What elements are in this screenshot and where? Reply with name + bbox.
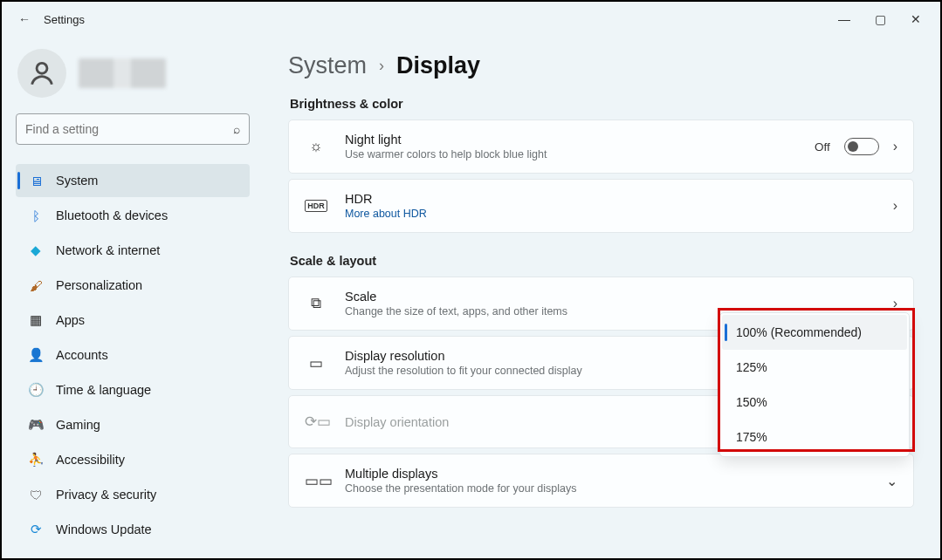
night-light-toggle[interactable] — [844, 138, 879, 155]
scale-option-100[interactable]: 100% (Recommended) — [722, 315, 907, 350]
hdr-card[interactable]: HDR HDR More about HDR › — [288, 179, 914, 233]
multiple-sub: Choose the presentation mode for your di… — [345, 482, 869, 495]
nav-label: Gaming — [56, 418, 100, 432]
nav-label: Accessibility — [56, 453, 125, 467]
multiple-title: Multiple displays — [345, 467, 869, 481]
nav-accounts[interactable]: 👤 Accounts — [16, 338, 250, 372]
night-light-icon: ☼ — [305, 138, 327, 155]
chevron-right-icon[interactable]: › — [893, 139, 897, 154]
close-button[interactable]: ✕ — [911, 12, 921, 26]
update-icon: ⟳ — [28, 522, 44, 537]
maximize-button[interactable]: ▢ — [875, 12, 886, 26]
scale-dropdown[interactable]: 100% (Recommended) 125% 150% 175% — [719, 312, 910, 457]
main-content: System › Display Brightness & color ☼ Ni… — [264, 37, 940, 558]
nav-label: Apps — [56, 313, 85, 327]
search-icon: ⌕ — [233, 122, 240, 136]
nav-list: 🖥 System ᛒ Bluetooth & devices ◆ Network… — [16, 164, 250, 546]
apps-icon: ▦ — [28, 312, 44, 328]
breadcrumb-current: Display — [396, 52, 480, 79]
minimize-button[interactable]: — — [838, 12, 850, 26]
orientation-icon: ⟳▭ — [305, 413, 327, 431]
night-light-sub: Use warmer colors to help block blue lig… — [345, 148, 797, 160]
night-light-card[interactable]: ☼ Night light Use warmer colors to help … — [288, 120, 914, 174]
orientation-title: Display orientation — [345, 415, 784, 429]
nav-system[interactable]: 🖥 System — [16, 164, 250, 197]
multiple-displays-card[interactable]: ▭▭ Multiple displays Choose the presenta… — [288, 454, 914, 508]
window-title: Settings — [44, 13, 85, 26]
nav-bluetooth[interactable]: ᛒ Bluetooth & devices — [16, 199, 250, 232]
brush-icon: 🖌 — [28, 277, 44, 293]
scale-option-150[interactable]: 150% — [722, 385, 907, 420]
scale-option-175[interactable]: 175% — [722, 420, 907, 454]
shield-icon: 🛡 — [28, 487, 44, 502]
section-brightness-title: Brightness & color — [290, 97, 914, 111]
person-icon — [27, 58, 57, 88]
nav-time[interactable]: 🕘 Time & language — [16, 373, 250, 406]
scale-title: Scale — [345, 290, 876, 304]
nav-label: Accounts — [56, 348, 108, 362]
nav-label: System — [56, 174, 98, 188]
section-scale-title: Scale & layout — [290, 254, 914, 268]
nav-label: Time & language — [56, 383, 151, 397]
nav-privacy[interactable]: 🛡 Privacy & security — [16, 478, 250, 511]
gaming-icon: 🎮 — [28, 417, 44, 433]
chevron-down-icon[interactable]: ⌄ — [886, 473, 897, 489]
chevron-right-icon[interactable]: › — [893, 296, 897, 311]
wifi-icon: ◆ — [28, 242, 44, 258]
nav-label: Windows Update — [56, 522, 152, 536]
accessibility-icon: ⛹ — [28, 452, 44, 468]
nav-gaming[interactable]: 🎮 Gaming — [16, 408, 250, 441]
back-button[interactable]: ← — [10, 12, 38, 26]
night-light-title: Night light — [345, 133, 797, 147]
sidebar: ⌕ 🖥 System ᛒ Bluetooth & devices ◆ Netwo… — [2, 37, 264, 558]
nav-label: Privacy & security — [56, 488, 156, 502]
nav-label: Personalization — [56, 278, 142, 292]
search-input[interactable] — [25, 122, 233, 136]
bluetooth-icon: ᛒ — [28, 208, 44, 223]
scale-option-125[interactable]: 125% — [722, 350, 907, 385]
search-box[interactable]: ⌕ — [16, 113, 250, 145]
profile-name-redacted — [79, 58, 166, 88]
nav-label: Bluetooth & devices — [56, 208, 168, 222]
system-icon: 🖥 — [28, 173, 44, 188]
nav-label: Network & internet — [56, 243, 160, 257]
profile[interactable] — [17, 49, 250, 98]
hdr-icon: HDR — [305, 200, 327, 212]
chevron-right-icon[interactable]: › — [893, 198, 897, 214]
titlebar: ← Settings — ▢ ✕ — [2, 2, 940, 37]
resolution-icon: ▭ — [305, 354, 327, 372]
night-light-state: Off — [815, 140, 830, 154]
nav-apps[interactable]: ▦ Apps — [16, 304, 250, 337]
window-controls: — ▢ ✕ — [838, 12, 932, 26]
scale-icon: ⧉ — [305, 295, 327, 312]
accounts-icon: 👤 — [28, 347, 44, 363]
nav-accessibility[interactable]: ⛹ Accessibility — [16, 443, 250, 476]
breadcrumb: System › Display — [288, 52, 914, 79]
clock-icon: 🕘 — [28, 382, 44, 398]
hdr-link[interactable]: More about HDR — [345, 208, 876, 220]
nav-update[interactable]: ⟳ Windows Update — [16, 513, 250, 546]
nav-network[interactable]: ◆ Network & internet — [16, 234, 250, 267]
chevron-right-icon: › — [379, 57, 384, 75]
hdr-title: HDR — [345, 192, 876, 206]
avatar — [17, 49, 66, 98]
breadcrumb-parent[interactable]: System — [288, 52, 367, 79]
multiple-displays-icon: ▭▭ — [305, 472, 327, 490]
svg-point-0 — [37, 63, 47, 73]
nav-personalization[interactable]: 🖌 Personalization — [16, 269, 250, 302]
